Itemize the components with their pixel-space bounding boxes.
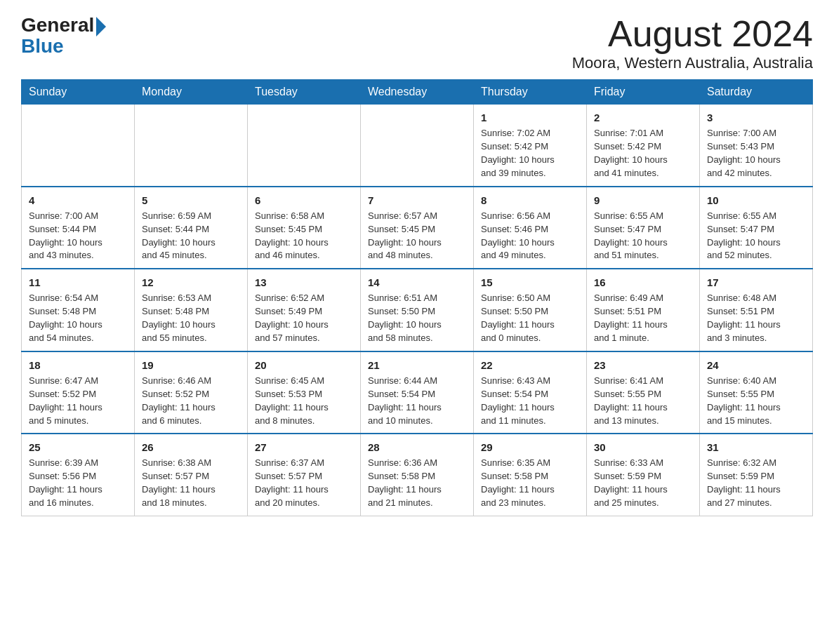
- calendar-week-row: 1Sunrise: 7:02 AMSunset: 5:42 PMDaylight…: [22, 105, 813, 187]
- day-number: 17: [707, 275, 805, 290]
- day-info: Sunrise: 6:50 AMSunset: 5:50 PMDaylight:…: [481, 293, 555, 343]
- day-number: 2: [594, 110, 692, 125]
- day-number: 24: [707, 358, 805, 373]
- calendar-day-cell: 3Sunrise: 7:00 AMSunset: 5:43 PMDaylight…: [700, 105, 813, 187]
- day-info: Sunrise: 6:53 AMSunset: 5:48 PMDaylight:…: [142, 293, 216, 343]
- calendar-day-cell: [361, 105, 474, 187]
- day-number: 13: [255, 275, 353, 290]
- day-info: Sunrise: 6:45 AMSunset: 5:53 PMDaylight:…: [255, 375, 329, 426]
- day-info: Sunrise: 6:57 AMSunset: 5:45 PMDaylight:…: [368, 210, 442, 261]
- day-info: Sunrise: 6:54 AMSunset: 5:48 PMDaylight:…: [29, 293, 102, 343]
- calendar-day-cell: 4Sunrise: 7:00 AMSunset: 5:44 PMDaylight…: [22, 187, 135, 269]
- weekday-header-saturday: Saturday: [700, 80, 813, 105]
- calendar-week-row: 18Sunrise: 6:47 AMSunset: 5:52 PMDayligh…: [22, 351, 813, 434]
- day-number: 10: [707, 193, 805, 208]
- day-number: 31: [707, 440, 805, 455]
- day-number: 30: [594, 440, 692, 455]
- calendar-day-cell: 11Sunrise: 6:54 AMSunset: 5:48 PMDayligh…: [22, 269, 135, 351]
- calendar-day-cell: 26Sunrise: 6:38 AMSunset: 5:57 PMDayligh…: [135, 434, 248, 516]
- day-info: Sunrise: 6:55 AMSunset: 5:47 PMDaylight:…: [707, 210, 781, 261]
- weekday-header-monday: Monday: [135, 80, 248, 105]
- calendar-day-cell: 25Sunrise: 6:39 AMSunset: 5:56 PMDayligh…: [22, 434, 135, 516]
- day-info: Sunrise: 7:00 AMSunset: 5:43 PMDaylight:…: [707, 128, 781, 178]
- day-number: 28: [368, 440, 466, 455]
- calendar-day-cell: 22Sunrise: 6:43 AMSunset: 5:54 PMDayligh…: [474, 351, 587, 434]
- day-number: 4: [29, 193, 127, 208]
- day-number: 15: [481, 275, 579, 290]
- month-title: August 2024: [572, 14, 813, 54]
- day-info: Sunrise: 6:58 AMSunset: 5:45 PMDaylight:…: [255, 210, 329, 261]
- day-info: Sunrise: 6:46 AMSunset: 5:52 PMDaylight:…: [142, 375, 216, 426]
- day-number: 18: [29, 358, 127, 373]
- day-number: 25: [29, 440, 127, 455]
- calendar-week-row: 11Sunrise: 6:54 AMSunset: 5:48 PMDayligh…: [22, 269, 813, 351]
- calendar-week-row: 4Sunrise: 7:00 AMSunset: 5:44 PMDaylight…: [22, 187, 813, 269]
- calendar-day-cell: [135, 105, 248, 187]
- day-info: Sunrise: 6:55 AMSunset: 5:47 PMDaylight:…: [594, 210, 668, 261]
- day-number: 21: [368, 358, 466, 373]
- location-title: Moora, Western Australia, Australia: [572, 54, 813, 72]
- calendar-day-cell: 6Sunrise: 6:58 AMSunset: 5:45 PMDaylight…: [248, 187, 361, 269]
- calendar-header: SundayMondayTuesdayWednesdayThursdayFrid…: [22, 80, 813, 105]
- day-info: Sunrise: 6:38 AMSunset: 5:57 PMDaylight:…: [142, 457, 216, 508]
- calendar-day-cell: 10Sunrise: 6:55 AMSunset: 5:47 PMDayligh…: [700, 187, 813, 269]
- weekday-header-wednesday: Wednesday: [361, 80, 474, 105]
- day-info: Sunrise: 7:01 AMSunset: 5:42 PMDaylight:…: [594, 128, 668, 178]
- page-header: General Blue August 2024 Moora, Western …: [21, 14, 813, 72]
- day-number: 8: [481, 193, 579, 208]
- day-info: Sunrise: 6:36 AMSunset: 5:58 PMDaylight:…: [368, 457, 442, 508]
- calendar-day-cell: 20Sunrise: 6:45 AMSunset: 5:53 PMDayligh…: [248, 351, 361, 434]
- day-info: Sunrise: 6:49 AMSunset: 5:51 PMDaylight:…: [594, 293, 668, 343]
- day-info: Sunrise: 6:33 AMSunset: 5:59 PMDaylight:…: [594, 457, 668, 508]
- calendar-day-cell: 9Sunrise: 6:55 AMSunset: 5:47 PMDaylight…: [587, 187, 700, 269]
- calendar-week-row: 25Sunrise: 6:39 AMSunset: 5:56 PMDayligh…: [22, 434, 813, 516]
- calendar-day-cell: 12Sunrise: 6:53 AMSunset: 5:48 PMDayligh…: [135, 269, 248, 351]
- calendar-day-cell: 1Sunrise: 7:02 AMSunset: 5:42 PMDaylight…: [474, 105, 587, 187]
- day-number: 27: [255, 440, 353, 455]
- calendar-day-cell: 8Sunrise: 6:56 AMSunset: 5:46 PMDaylight…: [474, 187, 587, 269]
- weekday-header-row: SundayMondayTuesdayWednesdayThursdayFrid…: [22, 80, 813, 105]
- day-number: 22: [481, 358, 579, 373]
- calendar-day-cell: 17Sunrise: 6:48 AMSunset: 5:51 PMDayligh…: [700, 269, 813, 351]
- calendar-day-cell: 15Sunrise: 6:50 AMSunset: 5:50 PMDayligh…: [474, 269, 587, 351]
- day-info: Sunrise: 6:52 AMSunset: 5:49 PMDaylight:…: [255, 293, 329, 343]
- title-section: August 2024 Moora, Western Australia, Au…: [572, 14, 813, 72]
- calendar-day-cell: 21Sunrise: 6:44 AMSunset: 5:54 PMDayligh…: [361, 351, 474, 434]
- day-info: Sunrise: 7:02 AMSunset: 5:42 PMDaylight:…: [481, 128, 555, 178]
- calendar-day-cell: 14Sunrise: 6:51 AMSunset: 5:50 PMDayligh…: [361, 269, 474, 351]
- day-info: Sunrise: 6:32 AMSunset: 5:59 PMDaylight:…: [707, 457, 781, 508]
- day-number: 9: [594, 193, 692, 208]
- calendar-day-cell: 5Sunrise: 6:59 AMSunset: 5:44 PMDaylight…: [135, 187, 248, 269]
- day-number: 19: [142, 358, 240, 373]
- day-info: Sunrise: 6:43 AMSunset: 5:54 PMDaylight:…: [481, 375, 555, 426]
- weekday-header-friday: Friday: [587, 80, 700, 105]
- logo-blue: Blue: [21, 35, 64, 57]
- day-number: 6: [255, 193, 353, 208]
- calendar-day-cell: 16Sunrise: 6:49 AMSunset: 5:51 PMDayligh…: [587, 269, 700, 351]
- day-info: Sunrise: 6:59 AMSunset: 5:44 PMDaylight:…: [142, 210, 216, 261]
- day-number: 7: [368, 193, 466, 208]
- day-number: 20: [255, 358, 353, 373]
- logo-general: General: [21, 15, 94, 35]
- day-number: 14: [368, 275, 466, 290]
- day-info: Sunrise: 6:40 AMSunset: 5:55 PMDaylight:…: [707, 375, 781, 426]
- calendar-day-cell: [248, 105, 361, 187]
- calendar-day-cell: 2Sunrise: 7:01 AMSunset: 5:42 PMDaylight…: [587, 105, 700, 187]
- day-number: 26: [142, 440, 240, 455]
- day-info: Sunrise: 6:39 AMSunset: 5:56 PMDaylight:…: [29, 457, 102, 508]
- day-info: Sunrise: 6:48 AMSunset: 5:51 PMDaylight:…: [707, 293, 781, 343]
- day-info: Sunrise: 6:51 AMSunset: 5:50 PMDaylight:…: [368, 293, 442, 343]
- day-info: Sunrise: 6:44 AMSunset: 5:54 PMDaylight:…: [368, 375, 442, 426]
- day-number: 16: [594, 275, 692, 290]
- calendar-day-cell: 23Sunrise: 6:41 AMSunset: 5:55 PMDayligh…: [587, 351, 700, 434]
- day-info: Sunrise: 6:47 AMSunset: 5:52 PMDaylight:…: [29, 375, 102, 426]
- day-info: Sunrise: 6:37 AMSunset: 5:57 PMDaylight:…: [255, 457, 329, 508]
- logo-arrow-icon: [96, 17, 106, 36]
- weekday-header-tuesday: Tuesday: [248, 80, 361, 105]
- weekday-header-thursday: Thursday: [474, 80, 587, 105]
- calendar-day-cell: 24Sunrise: 6:40 AMSunset: 5:55 PMDayligh…: [700, 351, 813, 434]
- calendar-day-cell: [22, 105, 135, 187]
- calendar-table: SundayMondayTuesdayWednesdayThursdayFrid…: [21, 79, 813, 516]
- calendar-day-cell: 31Sunrise: 6:32 AMSunset: 5:59 PMDayligh…: [700, 434, 813, 516]
- calendar-day-cell: 29Sunrise: 6:35 AMSunset: 5:58 PMDayligh…: [474, 434, 587, 516]
